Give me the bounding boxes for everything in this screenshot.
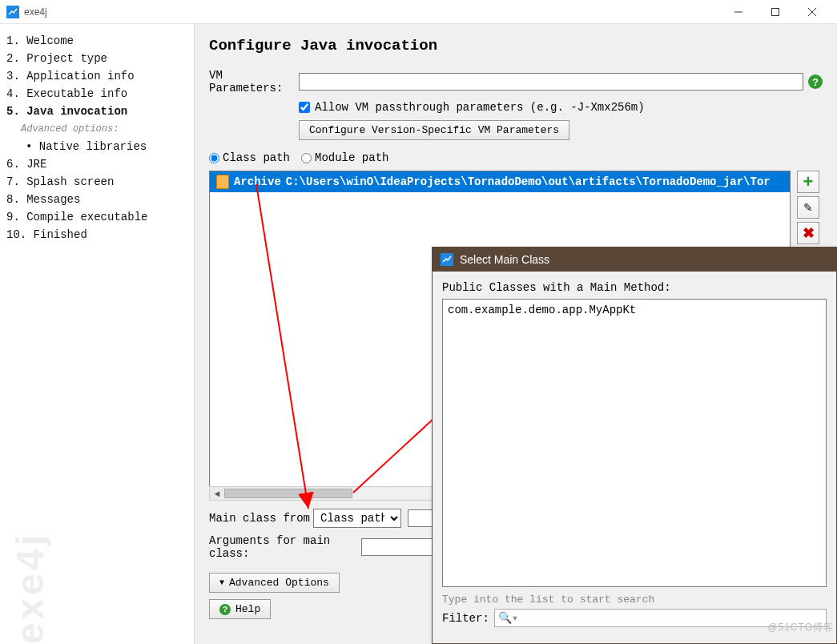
help-icon[interactable]: ?: [808, 74, 823, 89]
edit-entry-button[interactable]: ✎: [797, 196, 819, 219]
step-messages[interactable]: 8. Messages: [6, 191, 187, 208]
sidebar-watermark: exe4j: [8, 532, 52, 644]
scroll-thumb[interactable]: [224, 489, 352, 498]
advanced-options-label: Advanced options:: [6, 120, 187, 138]
dialog-titlebar[interactable]: Select Main Class: [433, 248, 836, 272]
filter-label: Filter:: [442, 612, 489, 625]
args-label: Arguments for main class:: [209, 534, 361, 560]
step-welcome[interactable]: 1. Welcome: [6, 32, 187, 50]
maximize-button[interactable]: [757, 0, 794, 24]
configure-vm-button[interactable]: Configure Version-Specific VM Parameters: [299, 120, 569, 140]
main-class-list[interactable]: com.example.demo.app.MyAppKt: [442, 299, 827, 587]
titlebar: exe4j: [0, 0, 837, 24]
scroll-left-icon[interactable]: ◄: [210, 489, 224, 498]
help-button[interactable]: ? Help: [209, 599, 271, 619]
dialog-hint: Type into the list to start search: [442, 594, 827, 606]
step-finished[interactable]: 10. Finished: [6, 226, 187, 244]
allow-passthrough-checkbox[interactable]: Allow VM passthrough parameters (e.g. -J…: [299, 101, 823, 114]
step-java-invocation[interactable]: 5. Java invocation: [6, 103, 187, 120]
step-splash[interactable]: 7. Splash screen: [6, 173, 187, 191]
step-compile[interactable]: 9. Compile executable: [6, 208, 187, 226]
search-icon: 🔍▾: [498, 611, 518, 625]
vm-params-label: VM Parameters:: [209, 69, 299, 95]
step-native-libraries[interactable]: • Native libraries: [6, 138, 187, 155]
archive-label: Archive: [234, 175, 281, 188]
step-jre[interactable]: 6. JRE: [6, 155, 187, 173]
allow-passthrough-input[interactable]: [299, 102, 310, 113]
advanced-options-button[interactable]: ▼ Advanced Options: [209, 573, 340, 593]
help-icon: ?: [219, 604, 231, 615]
select-main-class-dialog: Select Main Class Public Classes with a …: [432, 247, 837, 644]
corner-watermark: @51CTO博客: [767, 621, 834, 634]
app-icon: [441, 253, 453, 266]
close-button[interactable]: [794, 0, 831, 24]
classpath-radio[interactable]: Class path: [209, 151, 290, 164]
delete-entry-button[interactable]: ✖: [797, 222, 819, 244]
page-heading: Configure Java invocation: [209, 37, 823, 54]
modulepath-radio[interactable]: Module path: [301, 151, 388, 164]
step-project-type[interactable]: 2. Project type: [6, 50, 187, 67]
main-class-entry[interactable]: com.example.demo.app.MyAppKt: [446, 303, 823, 317]
step-sidebar: 1. Welcome 2. Project type 3. Applicatio…: [0, 24, 195, 644]
chevron-down-icon: ▼: [219, 578, 224, 587]
app-icon: [6, 6, 19, 18]
classpath-item[interactable]: Archive C:\Users\winO\IdeaProjects\Torna…: [210, 171, 790, 192]
add-entry-button[interactable]: +: [797, 171, 819, 193]
vm-params-input[interactable]: [299, 73, 803, 91]
dialog-subtitle: Public Classes with a Main Method:: [442, 281, 827, 294]
allow-passthrough-label: Allow VM passthrough parameters (e.g. -J…: [315, 101, 645, 114]
window-controls: [720, 0, 831, 24]
svg-rect-2: [772, 8, 779, 15]
window-title: exe4j: [24, 6, 47, 18]
step-executable-info[interactable]: 4. Executable info: [6, 85, 187, 103]
step-app-info[interactable]: 3. Application info: [6, 67, 187, 85]
main-class-label: Main class from: [209, 512, 313, 525]
archive-icon: [216, 175, 229, 189]
main-class-dropdown[interactable]: Class path: [313, 509, 401, 528]
dialog-title: Select Main Class: [460, 253, 549, 266]
archive-path: C:\Users\winO\IdeaProjects\TornadoDemo\o…: [286, 175, 771, 188]
list-side-buttons: + ✎ ✖: [797, 171, 819, 244]
minimize-button[interactable]: [720, 0, 757, 24]
